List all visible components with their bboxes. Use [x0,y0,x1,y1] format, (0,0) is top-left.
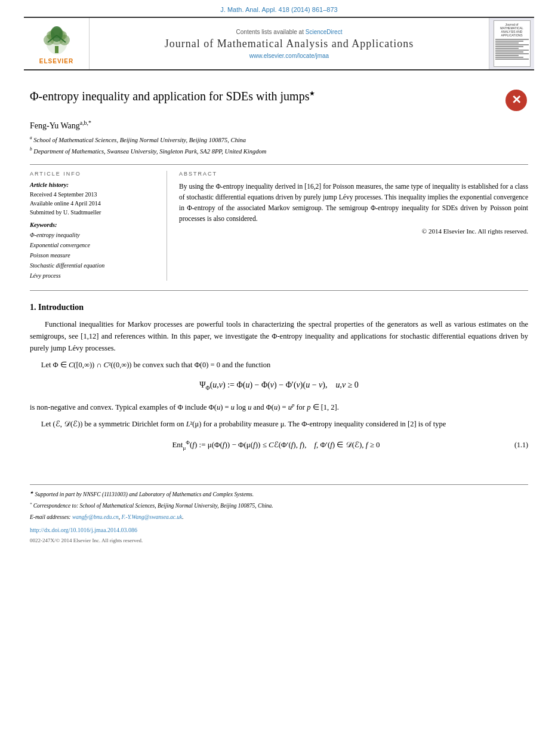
issn-line: 0022-247X/© 2014 Elsevier Inc. All right… [30,536,528,545]
history-text: Received 4 September 2013 Available onli… [30,190,158,217]
header-center: Contents lists available at ScienceDirec… [90,18,489,69]
equation-number-1-1: (1.1) [504,441,528,450]
footnote-email: E-mail addresses: wangfy@bnu.edu.cn, F.-… [30,513,528,522]
main-content: Φ-entropy inequality and application for… [0,70,558,472]
email-link-2[interactable]: F.-Y.Wang@swansea.ac.uk [122,514,183,520]
affil-a: a School of Mathematical Sciences, Beiji… [30,134,528,145]
affil-b: b Department of Mathematics, Swansea Uni… [30,146,528,156]
divider-1 [30,164,528,165]
section1-heading: 1. Introduction [30,303,528,312]
section1-para2: Let Φ ∈ C([0,∞)) ∩ C²((0,∞)) be convex s… [30,359,528,371]
title-star: ★ [309,90,315,97]
journal-url[interactable]: www.elsevier.com/locate/jmaa [249,53,329,59]
two-column-section: ARTICLE INFO Article history: Received 4… [30,171,528,281]
footnote-star: ★ Supported in part by NNSFC (11131003) … [30,490,528,499]
formula-ent-row: EntμΦ(f) := μ(Φ(f)) − Φ(μ(f)) ≤ Cℰ(Φ′(f)… [30,440,528,451]
footnote-asterisk: * Correspondence to: School of Mathemati… [30,501,528,511]
article-info-column: ARTICLE INFO Article history: Received 4… [30,171,167,281]
formula-ent: EntμΦ(f) := μ(Φ(f)) − Φ(μ(f)) ≤ Cℰ(Φ′(f)… [48,440,504,451]
article-title-row: Φ-entropy inequality and application for… [30,88,528,112]
contents-line: Contents lists available at ScienceDirec… [236,29,343,35]
history-heading: Article history: [30,182,158,188]
elsevier-logo: ELSEVIER [24,18,90,69]
section1-para4: Let (ℰ, 𝒟(ℰ)) be a symmetric Dirichlet f… [30,418,528,430]
affiliations: a School of Mathematical Sciences, Beiji… [30,134,528,156]
header-thumbnail: Journal ofMATHEMATICALANALYSIS ANDAPPLIC… [489,18,534,69]
abstract-column: ABSTRACT By using the Φ-entropy inequali… [179,171,528,281]
svg-point-8 [51,26,63,42]
section1-para3: is non-negative and convex. Typical exam… [30,401,528,413]
author-sup: a,b,* [80,119,91,126]
keywords-list: Φ-entropy inequality Exponential converg… [30,230,158,281]
journal-title: Journal of Mathematical Analysis and App… [165,38,414,50]
abstract-text: By using the Φ-entropy inequality derive… [179,182,528,224]
formula-psi: ΨΦ(u,v) := Φ(u) − Φ(v) − Φ′(v)(u − v), u… [30,380,528,391]
sciencedirect-link[interactable]: ScienceDirect [306,29,343,35]
section1-para1: Functional inequalities for Markov proce… [30,318,528,354]
article-info-label: ARTICLE INFO [30,171,158,177]
email-link-1[interactable]: wangfy@bnu.edu.cn [72,514,119,520]
article-title: Φ-entropy inequality and application for… [30,88,495,104]
copyright: © 2014 Elsevier Inc. All rights reserved… [179,228,528,235]
svg-text:✕: ✕ [511,93,522,106]
footer-area: ★ Supported in part by NNSFC (11131003) … [30,484,528,549]
doi-link[interactable]: http://dx.doi.org/10.1016/j.jmaa.2014.03… [30,525,528,535]
keywords-heading: Keywords: [30,222,158,228]
journal-ref: J. Math. Anal. Appl. 418 (2014) 861–873 [0,0,558,17]
elsevier-label: ELSEVIER [39,58,73,64]
author-line: Feng-Yu Wanga,b,* [30,119,528,131]
divider-2 [30,290,528,291]
page: J. Math. Anal. Appl. 418 (2014) 861–873 [0,0,558,756]
journal-header: ELSEVIER Contents lists available at Sci… [24,17,534,70]
abstract-label: ABSTRACT [179,171,528,177]
crossmark-logo: ✕ [504,88,528,112]
